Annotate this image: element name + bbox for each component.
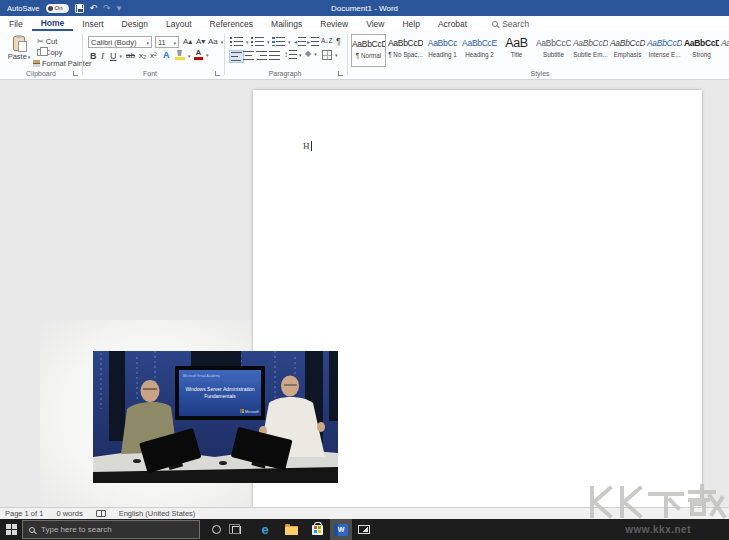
page-indicator[interactable]: Page 1 of 1 bbox=[5, 509, 43, 518]
video-thumbnail[interactable]: Microsoft Virtual Academy Windows Server… bbox=[93, 351, 338, 483]
format-painter-label: Format Painter bbox=[42, 59, 92, 68]
increase-indent-button[interactable]: ▸ bbox=[307, 37, 319, 46]
tab-layout[interactable]: Layout bbox=[157, 16, 201, 31]
strikethrough-button[interactable]: ab bbox=[126, 51, 135, 60]
text-effects-button[interactable]: A bbox=[163, 50, 170, 60]
style-title[interactable]: AaB Title bbox=[499, 34, 534, 67]
font-color-button[interactable]: A bbox=[194, 49, 209, 60]
paragraph-dialog-launcher-icon[interactable] bbox=[338, 71, 343, 76]
italic-button[interactable]: I bbox=[101, 51, 104, 61]
bold-button[interactable]: B bbox=[90, 51, 97, 61]
numbering-button[interactable] bbox=[251, 37, 270, 46]
desktop-screen: AutoSave On ↶ ↷ ▾ Document1 - Word File … bbox=[0, 0, 729, 540]
style-preview: AaBbCcDt bbox=[610, 36, 645, 50]
mouse bbox=[219, 461, 227, 465]
multilevel-list-button[interactable] bbox=[272, 37, 291, 46]
shading-button[interactable]: ◆ bbox=[305, 50, 317, 58]
paragraph-group-label: Paragraph bbox=[252, 70, 318, 77]
tab-references[interactable]: References bbox=[201, 16, 262, 31]
file-explorer-button[interactable] bbox=[278, 519, 304, 540]
change-case-button[interactable]: Aa bbox=[208, 37, 223, 46]
style-name: Strong bbox=[684, 50, 719, 60]
align-right-button[interactable] bbox=[256, 51, 267, 60]
font-name-select[interactable]: Calibri (Body) bbox=[88, 36, 152, 48]
font-color-glyph: A bbox=[196, 49, 202, 57]
edge-button[interactable]: e bbox=[252, 519, 278, 540]
font-size-value: 11 bbox=[158, 38, 166, 47]
tab-help[interactable]: Help bbox=[393, 16, 428, 31]
decrease-indent-button[interactable]: ◂ bbox=[294, 37, 306, 46]
highlight-button[interactable] bbox=[175, 50, 191, 61]
scissors-icon: ✂ bbox=[37, 38, 44, 46]
styles-gallery: AaBbCcDc ¶ Normal AaBbCcDc ¶ No Spac... … bbox=[351, 34, 729, 67]
style-no-spacing[interactable]: AaBbCcDc ¶ No Spac... bbox=[388, 34, 423, 67]
search-icon bbox=[29, 527, 35, 533]
highlighter-icon bbox=[175, 50, 185, 61]
subscript-button[interactable]: x₂ bbox=[139, 51, 146, 60]
style-subtle-emphasis[interactable]: AaBbCcDt Subtle Em... bbox=[573, 34, 608, 67]
style-subtitle[interactable]: AaBbCcC Subtitle bbox=[536, 34, 571, 67]
tab-home[interactable]: Home bbox=[32, 16, 74, 31]
copy-button[interactable]: Copy bbox=[37, 48, 63, 57]
taskbar-search[interactable] bbox=[22, 520, 200, 539]
microsoft-store-icon bbox=[312, 525, 323, 535]
language-indicator[interactable]: English (United States) bbox=[119, 509, 196, 518]
style-name: Heading 2 bbox=[462, 50, 497, 60]
underline-button[interactable]: U bbox=[110, 51, 122, 61]
align-center-button[interactable] bbox=[243, 51, 254, 60]
style-heading-2[interactable]: AaBbCcE Heading 2 bbox=[462, 34, 497, 67]
proofing-icon[interactable] bbox=[96, 510, 106, 517]
borders-button[interactable] bbox=[322, 50, 338, 60]
justify-icon bbox=[269, 51, 280, 60]
window-title: Document1 - Word bbox=[0, 4, 729, 13]
style-emphasis[interactable]: AaBbCcDt Emphasis bbox=[610, 34, 645, 67]
tab-view[interactable]: View bbox=[357, 16, 393, 31]
second-display-button[interactable] bbox=[352, 519, 376, 540]
start-button[interactable] bbox=[0, 519, 22, 540]
clipboard-dialog-launcher-icon[interactable] bbox=[73, 71, 78, 76]
cut-button[interactable]: ✂ Cut bbox=[37, 37, 57, 46]
format-painter-icon bbox=[33, 60, 40, 67]
cortana-button[interactable] bbox=[206, 519, 226, 540]
change-case-glyph: Aa bbox=[208, 37, 218, 46]
style-normal[interactable]: AaBbCcDc ¶ Normal bbox=[351, 34, 386, 67]
style-intense-emphasis[interactable]: AaBbCcDt Intense E... bbox=[647, 34, 682, 67]
align-center-icon bbox=[243, 51, 254, 60]
line-spacing-button[interactable]: ↕ bbox=[284, 50, 302, 59]
task-view-button[interactable] bbox=[226, 519, 246, 540]
tab-mailings[interactable]: Mailings bbox=[262, 16, 311, 31]
tab-insert[interactable]: Insert bbox=[73, 16, 112, 31]
grow-font-button[interactable]: A▴ bbox=[183, 37, 192, 46]
sort-button[interactable]: A↓Z bbox=[321, 37, 333, 44]
video-title-line2: Fundamentals bbox=[204, 393, 236, 399]
tab-acrobat[interactable]: Acrobat bbox=[429, 16, 476, 31]
taskbar-search-input[interactable] bbox=[41, 525, 171, 534]
style-strong[interactable]: AaBbCcDt Strong bbox=[684, 34, 719, 67]
align-left-button[interactable] bbox=[229, 50, 244, 63]
display-icon bbox=[358, 525, 370, 534]
tab-review[interactable]: Review bbox=[311, 16, 357, 31]
font-dialog-launcher-icon[interactable] bbox=[215, 71, 220, 76]
bullets-button[interactable] bbox=[230, 37, 249, 46]
paste-label: Paste bbox=[8, 52, 31, 61]
video-title-line1: Windows Server Administration bbox=[185, 386, 254, 392]
tab-design[interactable]: Design bbox=[113, 16, 157, 31]
svg-text:Microsoft: Microsoft bbox=[245, 410, 259, 414]
style-quote[interactable]: AaBbCcDt Qu... bbox=[721, 34, 729, 67]
arrow-left-icon: ◂ bbox=[294, 38, 297, 45]
superscript-button[interactable]: x² bbox=[150, 51, 157, 60]
document-text[interactable]: H bbox=[303, 141, 312, 151]
style-heading-1[interactable]: AaBbCc Heading 1 bbox=[425, 34, 460, 67]
show-marks-button[interactable]: ¶ bbox=[336, 36, 341, 46]
store-button[interactable] bbox=[304, 519, 330, 540]
paste-button[interactable]: Paste bbox=[5, 36, 33, 74]
kk-watermark bbox=[586, 484, 728, 520]
font-size-select[interactable]: 11 bbox=[155, 36, 179, 48]
group-divider bbox=[347, 34, 348, 75]
word-taskbar-button[interactable]: W bbox=[330, 519, 352, 540]
justify-button[interactable] bbox=[269, 51, 280, 60]
shrink-font-button[interactable]: A▾ bbox=[196, 37, 205, 46]
word-count[interactable]: 0 words bbox=[56, 509, 82, 518]
ribbon-search[interactable]: Search bbox=[492, 19, 529, 29]
tab-file[interactable]: File bbox=[0, 16, 32, 31]
